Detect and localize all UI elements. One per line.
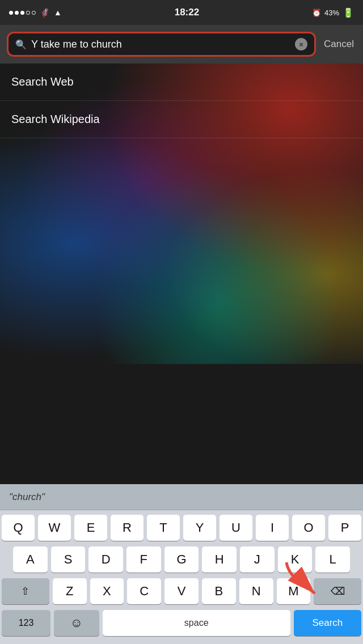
key-g[interactable]: G (164, 546, 199, 573)
status-time: 18:22 (175, 7, 199, 18)
cancel-button[interactable]: Cancel (322, 39, 356, 50)
clear-button[interactable]: × (295, 38, 307, 50)
key-l[interactable]: L (315, 546, 350, 573)
key-m[interactable]: M (277, 578, 311, 604)
key-s[interactable]: S (51, 546, 86, 573)
search-web-item[interactable]: Search Web (0, 63, 363, 101)
key-y[interactable]: Y (183, 515, 216, 541)
search-bar-area: 🔍 × Cancel (0, 25, 363, 63)
status-right: ⏰ 43% 🔋 (312, 7, 354, 18)
alarm-icon: ⏰ (312, 9, 321, 17)
key-f[interactable]: F (126, 546, 161, 573)
carrier-icon: 🦸 (39, 7, 50, 18)
key-e[interactable]: E (74, 515, 107, 541)
key-v[interactable]: V (164, 578, 199, 604)
status-left: 🦸 ▲ (9, 7, 62, 18)
battery-icon: 🔋 (343, 7, 354, 18)
key-q[interactable]: Q (2, 515, 35, 541)
key-row-4: 123 ☺ space Search (2, 610, 361, 636)
key-row-2: A S D F G H J K L (2, 546, 361, 573)
dot1 (9, 11, 13, 15)
key-row-1: Q W E R T Y U I O P (2, 515, 361, 541)
key-numbers[interactable]: 123 (2, 610, 50, 636)
key-shift[interactable]: ⇧ (2, 578, 49, 604)
key-r[interactable]: R (111, 515, 143, 541)
suggestions-list: Search Web Search Wikipedia (0, 63, 363, 138)
key-space[interactable]: space (103, 610, 290, 636)
key-u[interactable]: U (220, 515, 252, 541)
key-k[interactable]: K (278, 546, 313, 573)
key-o[interactable]: O (292, 515, 325, 541)
key-z[interactable]: Z (53, 578, 87, 604)
search-icon: 🔍 (15, 39, 27, 50)
search-wikipedia-item[interactable]: Search Wikipedia (0, 101, 363, 138)
dot5 (32, 11, 36, 15)
dot3 (20, 11, 24, 15)
key-n[interactable]: N (239, 578, 273, 604)
dot2 (15, 11, 19, 15)
search-input[interactable] (31, 39, 290, 50)
key-emoji[interactable]: ☺ (54, 610, 99, 636)
key-h[interactable]: H (202, 546, 237, 573)
key-row-3: ⇧ Z X C V B N M ⌫ (2, 578, 361, 604)
search-input-wrapper: 🔍 × (7, 32, 316, 57)
keyboard-rows: Q W E R T Y U I O P A S D F G H J K L ⇧ … (0, 510, 363, 644)
key-c[interactable]: C (127, 578, 161, 604)
key-w[interactable]: W (38, 515, 71, 541)
dot4 (26, 11, 30, 15)
key-x[interactable]: X (90, 578, 124, 604)
keyboard: "church" Q W E R T Y U I O P A S D F G H… (0, 484, 363, 644)
wifi-icon: ▲ (54, 8, 62, 17)
key-search[interactable]: Search (294, 610, 361, 636)
key-b[interactable]: B (202, 578, 236, 604)
key-t[interactable]: T (147, 515, 180, 541)
battery-text: 43% (324, 9, 339, 17)
autocomplete-bar: "church" (0, 484, 363, 510)
content-area: Search Web Search Wikipedia (0, 63, 363, 364)
status-bar: 🦸 ▲ 18:22 ⏰ 43% 🔋 (0, 0, 363, 25)
autocomplete-suggestion: "church" (9, 492, 45, 503)
key-a[interactable]: A (13, 546, 48, 573)
key-i[interactable]: I (256, 515, 289, 541)
signal-dots (9, 11, 36, 15)
key-delete[interactable]: ⌫ (314, 578, 361, 604)
key-j[interactable]: J (240, 546, 275, 573)
key-p[interactable]: P (328, 515, 361, 541)
key-d[interactable]: D (88, 546, 123, 573)
